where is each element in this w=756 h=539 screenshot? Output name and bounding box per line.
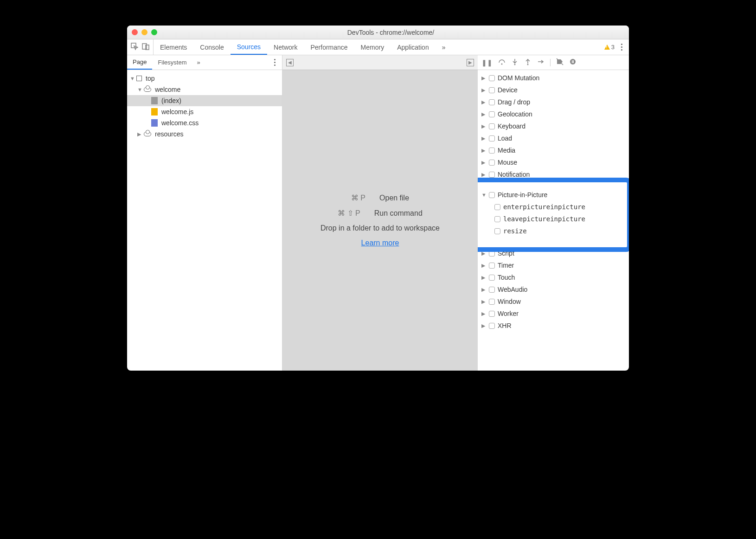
checkbox[interactable] [494, 216, 500, 222]
file-tree: ▼ top ▼ welcome (index) welcome.js [127, 70, 282, 142]
checkbox[interactable] [489, 275, 495, 281]
checkbox[interactable] [489, 287, 495, 293]
chevron-right-icon: ▶ [481, 311, 486, 317]
tab-network[interactable]: Network [267, 39, 304, 55]
tree-label: welcome [155, 86, 180, 93]
step-into-icon[interactable] [511, 58, 519, 67]
breakpoint-category[interactable]: ▶Geolocation [478, 108, 629, 120]
next-tab-icon[interactable]: ▶ [467, 59, 474, 66]
navigator-tabs-overflow[interactable]: » [192, 59, 205, 66]
minimize-window-button[interactable] [141, 29, 147, 35]
checkbox[interactable] [489, 263, 495, 269]
checkbox[interactable] [489, 311, 495, 317]
warnings-badge[interactable]: 3 [604, 44, 615, 51]
breakpoint-category[interactable]: ▶Drag / drop [478, 96, 629, 108]
category-label: Touch [498, 274, 515, 281]
breakpoint-category[interactable]: ▶Touch [478, 271, 629, 283]
step-over-icon[interactable] [498, 58, 506, 67]
category-label: Window [498, 298, 521, 305]
breakpoint-event[interactable]: enterpictureinpicture [478, 201, 629, 213]
chevron-down-icon: ▼ [481, 192, 486, 198]
tree-domain-resources[interactable]: ▶ resources [127, 128, 282, 140]
tree-file-welcome-js[interactable]: welcome.js [127, 106, 282, 117]
tab-sources[interactable]: Sources [231, 39, 267, 55]
chevron-right-icon: ▶ [481, 250, 486, 257]
checkbox[interactable] [494, 204, 500, 210]
breakpoint-category[interactable]: ▶Device [478, 84, 629, 96]
device-toolbar-icon[interactable] [142, 43, 149, 51]
deactivate-breakpoints-icon[interactable] [556, 58, 564, 67]
tree-label: welcome.js [161, 108, 193, 116]
checkbox[interactable] [489, 250, 495, 257]
checkbox[interactable] [494, 228, 500, 234]
category-label: Load [498, 135, 512, 142]
checkbox[interactable] [489, 99, 495, 105]
checkbox[interactable] [489, 111, 495, 117]
breakpoint-event[interactable]: leavepictureinpicture [478, 213, 629, 225]
checkbox[interactable] [489, 135, 495, 141]
breakpoint-category[interactable]: ▶Keyboard [478, 120, 629, 132]
document-icon [151, 97, 158, 104]
learn-more-link[interactable]: Learn more [361, 239, 399, 247]
breakpoint-category-pip[interactable]: ▼Picture-in-Picture [478, 189, 629, 201]
pause-on-exceptions-icon[interactable] [569, 58, 577, 67]
checkbox[interactable] [489, 323, 495, 329]
breakpoint-category[interactable]: ▶Notification [478, 168, 629, 180]
breakpoint-category[interactable]: ▶Load [478, 132, 629, 144]
step-out-icon[interactable] [524, 58, 532, 67]
breakpoint-category[interactable]: ▶WebAudio [478, 283, 629, 295]
chevron-right-icon: ▶ [481, 123, 486, 129]
tab-elements[interactable]: Elements [154, 39, 193, 55]
run-command-label: Run command [374, 209, 423, 218]
tab-console[interactable]: Console [193, 39, 230, 55]
tree-file-index[interactable]: (index) [127, 95, 282, 106]
editor-pane: ◀ ▶ ⌘ P Open file ⌘ ⇧ P Run command Drop… [282, 55, 478, 371]
tab-performance[interactable]: Performance [304, 39, 354, 55]
breakpoint-category[interactable]: ▶Mouse [478, 156, 629, 168]
tree-frame-top[interactable]: ▼ top [127, 73, 282, 84]
breakpoint-category[interactable]: ▶Media [478, 144, 629, 156]
navigator-menu-icon[interactable] [268, 57, 282, 68]
inspect-element-icon[interactable] [131, 43, 138, 51]
tab-memory[interactable]: Memory [354, 39, 391, 55]
close-window-button[interactable] [132, 29, 138, 35]
step-icon[interactable] [537, 58, 545, 67]
breakpoint-category[interactable]: ▶Script [478, 247, 629, 259]
tree-domain-welcome[interactable]: ▼ welcome [127, 84, 282, 95]
drop-folder-hint: Drop in a folder to add to workspace [320, 224, 440, 232]
breakpoint-category[interactable]: ▶XHR [478, 320, 629, 332]
settings-menu-icon[interactable] [619, 42, 624, 52]
chevron-right-icon: ▶ [481, 299, 486, 305]
tabs-overflow[interactable]: » [436, 39, 452, 55]
breakpoint-category[interactable]: ▶Window [478, 295, 629, 308]
checkbox[interactable] [489, 299, 495, 305]
tab-application[interactable]: Application [391, 39, 436, 55]
checkbox[interactable] [489, 160, 495, 166]
category-label: Picture-in-Picture [498, 191, 547, 199]
tree-file-welcome-css[interactable]: welcome.css [127, 117, 282, 128]
prev-tab-icon[interactable]: ◀ [286, 59, 294, 66]
maximize-window-button[interactable] [151, 29, 157, 35]
traffic-lights [132, 29, 157, 35]
cloud-icon [144, 132, 151, 136]
pause-icon[interactable]: ❚❚ [481, 59, 493, 66]
open-file-label: Open file [379, 194, 409, 202]
navigator-tab-page[interactable]: Page [127, 55, 152, 70]
checkbox[interactable] [489, 192, 495, 198]
checkbox[interactable] [489, 87, 495, 93]
breakpoint-category[interactable]: ▶DOM Mutation [478, 72, 629, 84]
category-label: Media [498, 147, 515, 154]
breakpoint-category[interactable]: ▶Worker [478, 308, 629, 320]
navigator-tabs: Page Filesystem » [127, 55, 282, 70]
checkbox[interactable] [489, 75, 495, 81]
breakpoint-category[interactable]: ▶Timer [478, 259, 629, 271]
chevron-right-icon: ▶ [481, 99, 486, 105]
breakpoint-event[interactable]: resize [478, 225, 629, 237]
checkbox[interactable] [489, 148, 495, 154]
checkbox[interactable] [489, 172, 495, 178]
category-label: Device [498, 86, 518, 94]
frame-icon [136, 76, 142, 81]
checkbox[interactable] [489, 123, 495, 129]
chevron-right-icon: ▶ [481, 172, 486, 178]
navigator-tab-filesystem[interactable]: Filesystem [152, 55, 192, 70]
